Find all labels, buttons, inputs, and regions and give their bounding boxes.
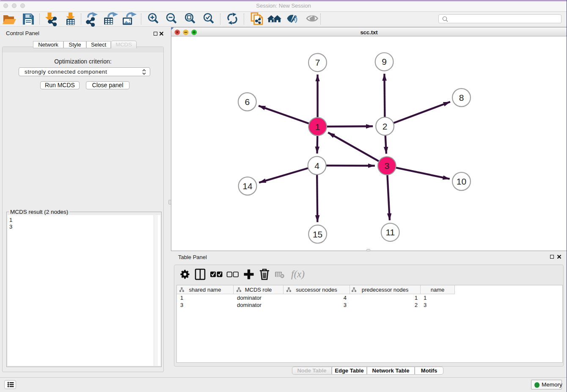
svg-text:9: 9 (382, 57, 387, 66)
svg-text:f(x): f(x) (291, 269, 305, 279)
svg-text:8: 8 (459, 93, 464, 102)
svg-text:3: 3 (384, 161, 389, 171)
svg-text:4: 4 (314, 161, 319, 171)
svg-text:7: 7 (315, 58, 320, 67)
svg-text:1: 1 (315, 122, 320, 132)
svg-text:10: 10 (457, 177, 466, 186)
svg-text:2: 2 (383, 121, 388, 131)
svg-text:15: 15 (313, 229, 322, 239)
svg-text:14: 14 (242, 181, 253, 191)
svg-text:6: 6 (245, 97, 250, 107)
svg-text:11: 11 (385, 227, 395, 237)
